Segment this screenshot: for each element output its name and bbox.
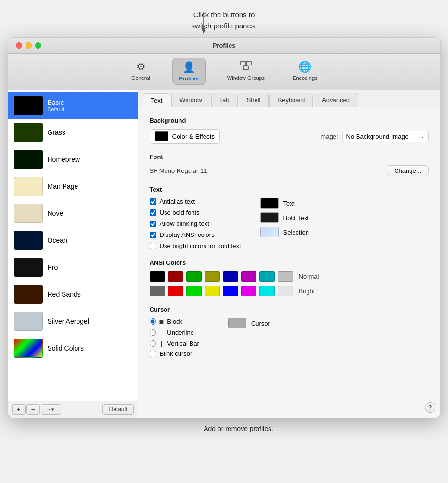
color-box-selection[interactable] [260,227,279,237]
sidebar-item-manpage[interactable]: Man Page [8,173,138,200]
toolbar-item-encodings[interactable]: 🌐 Encodings [286,58,324,85]
tab-keyboard[interactable]: Keyboard [269,93,313,107]
tab-text[interactable]: Text [143,93,171,107]
tab-tab[interactable]: Tab [211,93,238,107]
cursor-symbol-vbar: | [160,340,164,347]
bottom-callout: Add or remove profiles. [175,425,273,432]
ansi-bright-swatch-6[interactable] [259,286,275,296]
maximize-button[interactable] [35,42,41,49]
image-select[interactable]: No Background Image [342,131,429,142]
sidebar-item-solidcolors[interactable]: Solid Colors [8,335,138,362]
ansi-bright-swatch-2[interactable] [186,286,202,296]
profile-name-grass: Grass [48,129,65,136]
ansi-normal-swatch-7[interactable] [278,271,293,282]
profile-thumb-novel [14,204,43,223]
add-profile-button[interactable]: + [12,404,26,415]
checkbox-antialias[interactable] [150,198,156,205]
checkbox-row-blink: Allow blinking text [150,220,241,227]
default-button[interactable]: Default [102,404,133,415]
tooltip: Click the buttons to switch profile pane… [192,10,257,31]
color-box-text[interactable] [260,198,279,209]
ansi-bright-swatch-7[interactable] [278,286,293,296]
cursor-color-label: Cursor [251,320,270,327]
cursor-label-vbar: Vertical Bar [167,340,199,347]
toolbar-item-window-groups[interactable]: Window Groups [220,58,271,85]
checkbox-ansi[interactable] [150,232,156,238]
profile-thumb-silveraerogel [14,312,43,331]
profile-name-manpage: Man Page [48,183,78,190]
more-options-button[interactable]: ···▾ [41,404,61,415]
cursor-radio-block[interactable] [150,318,156,325]
checkbox-bold[interactable] [150,209,156,216]
checkbox-blink[interactable] [150,221,156,227]
toolbar-label-encodings: Encodings [293,75,317,81]
tab-shell[interactable]: Shell [239,93,269,107]
ansi-grid: Normal Bright [150,271,429,296]
sidebar-item-ocean[interactable]: Ocean [8,227,138,254]
background-row: Color & Effects Image: No Background Ima… [150,129,429,144]
cursor-option-block: ■Block [150,318,199,325]
ansi-normal-swatch-6[interactable] [259,271,275,282]
text-section: Text Antialias textUse bold fontsAllow b… [150,186,429,249]
close-button[interactable] [16,42,22,49]
checkbox-label-antialias: Antialias text [160,198,195,205]
sidebar-item-homebrew[interactable]: Homebrew [8,146,138,173]
ansi-bright-row: Bright [150,286,429,296]
checkbox-row-ansi: Display ANSI colors [150,231,241,238]
color-box-bold-text[interactable] [260,212,279,223]
sidebar-item-grass[interactable]: Grass [8,119,138,146]
window-groups-icon [240,61,252,73]
blink-row: Blink cursor [150,350,429,357]
cursor-radio-vbar[interactable] [150,340,156,347]
ansi-bright-swatch-3[interactable] [205,286,220,296]
ansi-normal-swatch-3[interactable] [205,271,220,282]
tab-window[interactable]: Window [171,93,210,107]
sidebar-item-basic[interactable]: BasicDefault [8,92,138,119]
sidebar-item-pro[interactable]: Pro [8,254,138,281]
ansi-normal-swatch-2[interactable] [186,271,202,282]
panel-content: Background Color & Effects Image: No Bac… [138,107,440,418]
minimize-button[interactable] [26,42,32,49]
checkboxes: Antialias textUse bold fontsAllow blinki… [150,198,241,249]
checkbox-row-bright: Use bright colors for bold text [150,242,241,249]
profile-name-solidcolors: Solid Colors [48,344,84,352]
change-font-button[interactable]: Change... [387,165,428,176]
toolbar-item-profiles[interactable]: 👤 Profiles [172,58,206,85]
tab-advanced[interactable]: Advanced [314,93,358,107]
ansi-bright-swatch-4[interactable] [223,286,238,296]
profile-thumb-solidcolors [14,339,43,358]
sidebar-item-silveraerogel[interactable]: Silver Aerogel [8,308,138,335]
color-label-bold-text: Bold Text [283,214,309,222]
ansi-normal-swatch-4[interactable] [223,271,238,282]
toolbar-item-general[interactable]: ⚙ General [124,58,158,85]
cursor-symbol-block: ■ [160,318,164,325]
ansi-bright-swatch-1[interactable] [168,286,183,296]
color-swatch [155,131,168,141]
cursor-radio-underline[interactable] [150,329,156,336]
color-buttons: TextBold TextSelection [260,198,309,249]
profile-thumb-homebrew [14,150,43,169]
help-button[interactable]: ? [425,402,435,413]
sidebar-item-novel[interactable]: Novel [8,200,138,227]
window-title: Profiles [213,42,236,49]
ansi-bright-swatch-5[interactable] [241,286,256,296]
svg-rect-4 [243,66,248,70]
background-title: Background [150,117,429,124]
ansi-bright-label: Bright [299,287,315,295]
checkbox-bright[interactable] [150,243,156,249]
ansi-normal-swatch-5[interactable] [241,271,256,282]
cursor-color-row: Cursor [228,318,270,328]
ansi-normal-swatch-0[interactable] [150,271,165,282]
remove-profile-button[interactable]: − [26,404,40,415]
cursor-swatch[interactable] [228,318,246,328]
color-effects-button[interactable]: Color & Effects [150,129,220,144]
profile-thumb-ocean [14,231,43,250]
image-label: Image: [319,133,338,140]
tab-bar: TextWindowTabShellKeyboardAdvanced [138,90,440,107]
cursor-section: Cursor ■Block_Underline|Vertical Bar Cur… [150,306,429,357]
ansi-bright-swatch-0[interactable] [150,286,165,296]
blink-cursor-checkbox[interactable] [150,351,156,357]
ansi-normal-swatch-1[interactable] [168,271,183,282]
cursor-label-block: Block [167,318,182,325]
sidebar-item-redsands[interactable]: Red Sands [8,281,138,308]
